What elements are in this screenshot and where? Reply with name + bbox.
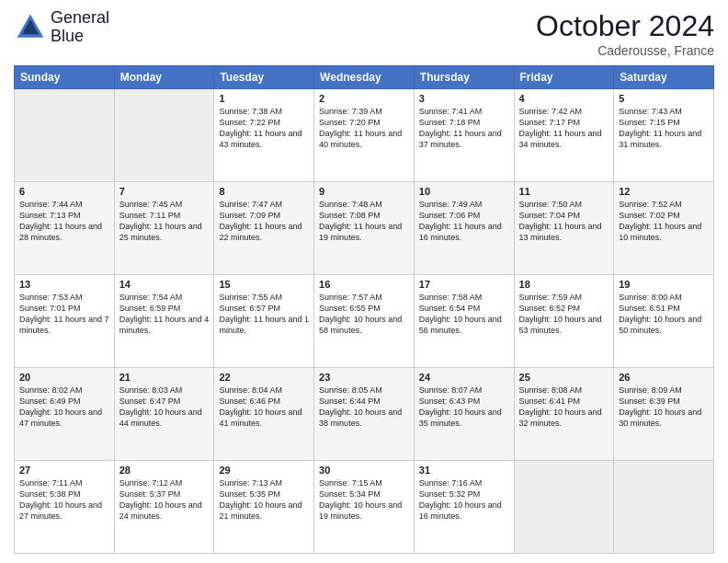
weekday-header: Sunday (15, 66, 115, 89)
calendar-cell: 22Sunrise: 8:04 AM Sunset: 6:46 PM Dayli… (214, 368, 314, 461)
calendar-cell: 12Sunrise: 7:52 AM Sunset: 7:02 PM Dayli… (614, 182, 714, 275)
calendar-cell: 29Sunrise: 7:13 AM Sunset: 5:35 PM Dayli… (214, 461, 314, 554)
day-number: 22 (219, 372, 309, 383)
weekday-header: Saturday (614, 66, 714, 89)
calendar-week-row: 27Sunrise: 7:11 AM Sunset: 5:38 PM Dayli… (15, 461, 714, 554)
day-number: 2 (319, 93, 409, 104)
day-number: 20 (19, 372, 109, 383)
calendar-cell: 4Sunrise: 7:42 AM Sunset: 7:17 PM Daylig… (514, 89, 614, 182)
calendar-cell: 23Sunrise: 8:05 AM Sunset: 6:44 PM Dayli… (314, 368, 415, 461)
calendar-cell: 26Sunrise: 8:09 AM Sunset: 6:39 PM Dayli… (614, 368, 714, 461)
calendar-week-row: 6Sunrise: 7:44 AM Sunset: 7:13 PM Daylig… (15, 182, 714, 275)
day-info: Sunrise: 8:07 AM Sunset: 6:43 PM Dayligh… (419, 385, 509, 430)
day-info: Sunrise: 7:48 AM Sunset: 7:08 PM Dayligh… (319, 199, 409, 244)
day-info: Sunrise: 7:16 AM Sunset: 5:32 PM Dayligh… (419, 477, 509, 523)
calendar-cell (114, 89, 214, 182)
day-info: Sunrise: 8:05 AM Sunset: 6:44 PM Dayligh… (319, 385, 409, 430)
calendar-cell: 13Sunrise: 7:53 AM Sunset: 7:01 PM Dayli… (15, 275, 115, 368)
calendar-cell: 7Sunrise: 7:45 AM Sunset: 7:11 PM Daylig… (114, 182, 214, 275)
calendar-cell (514, 461, 614, 554)
day-number: 27 (19, 465, 109, 476)
day-number: 3 (419, 93, 509, 104)
day-number: 13 (19, 279, 109, 290)
calendar-cell: 15Sunrise: 7:55 AM Sunset: 6:57 PM Dayli… (214, 275, 314, 368)
day-info: Sunrise: 7:47 AM Sunset: 7:09 PM Dayligh… (219, 199, 309, 244)
calendar-cell: 20Sunrise: 8:02 AM Sunset: 6:49 PM Dayli… (15, 368, 115, 461)
day-number: 28 (119, 465, 210, 476)
day-number: 25 (519, 372, 609, 383)
calendar-week-row: 13Sunrise: 7:53 AM Sunset: 7:01 PM Dayli… (15, 275, 714, 368)
day-number: 23 (319, 372, 409, 383)
day-info: Sunrise: 8:04 AM Sunset: 6:46 PM Dayligh… (219, 385, 309, 430)
weekday-header-row: SundayMondayTuesdayWednesdayThursdayFrid… (15, 66, 714, 89)
day-number: 10 (419, 186, 509, 197)
day-info: Sunrise: 7:12 AM Sunset: 5:37 PM Dayligh… (119, 477, 210, 523)
day-info: Sunrise: 7:57 AM Sunset: 6:55 PM Dayligh… (319, 292, 409, 337)
day-number: 6 (19, 186, 109, 197)
logo: General Blue (14, 9, 109, 46)
day-info: Sunrise: 7:15 AM Sunset: 5:34 PM Dayligh… (319, 477, 409, 523)
day-number: 31 (419, 465, 509, 476)
day-number: 16 (319, 279, 409, 290)
day-info: Sunrise: 7:13 AM Sunset: 5:35 PM Dayligh… (219, 477, 309, 523)
logo-line2: Blue (51, 28, 109, 46)
weekday-header: Monday (114, 66, 214, 89)
day-number: 17 (419, 279, 509, 290)
day-number: 5 (619, 93, 709, 104)
day-number: 29 (219, 465, 309, 476)
day-number: 12 (619, 186, 709, 197)
day-number: 15 (219, 279, 309, 290)
day-number: 19 (619, 279, 709, 290)
day-info: Sunrise: 7:41 AM Sunset: 7:18 PM Dayligh… (419, 106, 509, 151)
calendar-body: 1Sunrise: 7:38 AM Sunset: 7:22 PM Daylig… (15, 89, 714, 554)
day-info: Sunrise: 7:50 AM Sunset: 7:04 PM Dayligh… (519, 199, 609, 244)
logo-line1: General (51, 9, 109, 28)
calendar-cell: 27Sunrise: 7:11 AM Sunset: 5:38 PM Dayli… (15, 461, 115, 554)
calendar-cell: 8Sunrise: 7:47 AM Sunset: 7:09 PM Daylig… (214, 182, 314, 275)
calendar-cell: 2Sunrise: 7:39 AM Sunset: 7:20 PM Daylig… (314, 89, 415, 182)
day-number: 11 (519, 186, 609, 197)
calendar-cell: 24Sunrise: 8:07 AM Sunset: 6:43 PM Dayli… (414, 368, 514, 461)
logo-icon (14, 11, 47, 44)
calendar-cell: 16Sunrise: 7:57 AM Sunset: 6:55 PM Dayli… (314, 275, 415, 368)
calendar-table: SundayMondayTuesdayWednesdayThursdayFrid… (14, 65, 714, 554)
day-number: 30 (319, 465, 409, 476)
calendar-week-row: 1Sunrise: 7:38 AM Sunset: 7:22 PM Daylig… (15, 89, 714, 182)
calendar-cell: 30Sunrise: 7:15 AM Sunset: 5:34 PM Dayli… (314, 461, 415, 554)
day-info: Sunrise: 8:02 AM Sunset: 6:49 PM Dayligh… (19, 385, 109, 430)
calendar-week-row: 20Sunrise: 8:02 AM Sunset: 6:49 PM Dayli… (15, 368, 714, 461)
title-area: October 2024 Caderousse, France (536, 9, 714, 58)
day-info: Sunrise: 8:09 AM Sunset: 6:39 PM Dayligh… (619, 385, 709, 430)
day-info: Sunrise: 8:00 AM Sunset: 6:51 PM Dayligh… (619, 292, 709, 337)
day-number: 7 (119, 186, 210, 197)
day-info: Sunrise: 7:59 AM Sunset: 6:52 PM Dayligh… (519, 292, 609, 337)
calendar-cell: 11Sunrise: 7:50 AM Sunset: 7:04 PM Dayli… (514, 182, 614, 275)
calendar-cell: 31Sunrise: 7:16 AM Sunset: 5:32 PM Dayli… (414, 461, 514, 554)
day-info: Sunrise: 7:45 AM Sunset: 7:11 PM Dayligh… (119, 199, 210, 244)
calendar-cell: 6Sunrise: 7:44 AM Sunset: 7:13 PM Daylig… (15, 182, 115, 275)
header: General Blue October 2024 Caderousse, Fr… (14, 9, 714, 58)
day-info: Sunrise: 7:49 AM Sunset: 7:06 PM Dayligh… (419, 199, 509, 244)
calendar-cell: 3Sunrise: 7:41 AM Sunset: 7:18 PM Daylig… (414, 89, 514, 182)
calendar-cell: 25Sunrise: 8:08 AM Sunset: 6:41 PM Dayli… (514, 368, 614, 461)
day-info: Sunrise: 7:54 AM Sunset: 6:59 PM Dayligh… (119, 292, 210, 337)
day-info: Sunrise: 7:43 AM Sunset: 7:15 PM Dayligh… (619, 106, 709, 151)
day-number: 8 (219, 186, 309, 197)
day-number: 4 (519, 93, 609, 104)
day-number: 21 (119, 372, 210, 383)
location: Caderousse, France (536, 43, 714, 58)
page: General Blue October 2024 Caderousse, Fr… (0, 0, 728, 563)
day-info: Sunrise: 7:58 AM Sunset: 6:54 PM Dayligh… (419, 292, 509, 337)
day-number: 24 (419, 372, 509, 383)
day-number: 18 (519, 279, 609, 290)
day-number: 14 (119, 279, 210, 290)
calendar-cell: 14Sunrise: 7:54 AM Sunset: 6:59 PM Dayli… (114, 275, 214, 368)
calendar-cell (15, 89, 115, 182)
day-info: Sunrise: 7:42 AM Sunset: 7:17 PM Dayligh… (519, 106, 609, 151)
day-info: Sunrise: 7:38 AM Sunset: 7:22 PM Dayligh… (219, 106, 309, 151)
calendar-cell: 17Sunrise: 7:58 AM Sunset: 6:54 PM Dayli… (414, 275, 514, 368)
calendar-cell: 18Sunrise: 7:59 AM Sunset: 6:52 PM Dayli… (514, 275, 614, 368)
day-info: Sunrise: 8:03 AM Sunset: 6:47 PM Dayligh… (119, 385, 210, 430)
day-number: 9 (319, 186, 409, 197)
calendar-cell (614, 461, 714, 554)
